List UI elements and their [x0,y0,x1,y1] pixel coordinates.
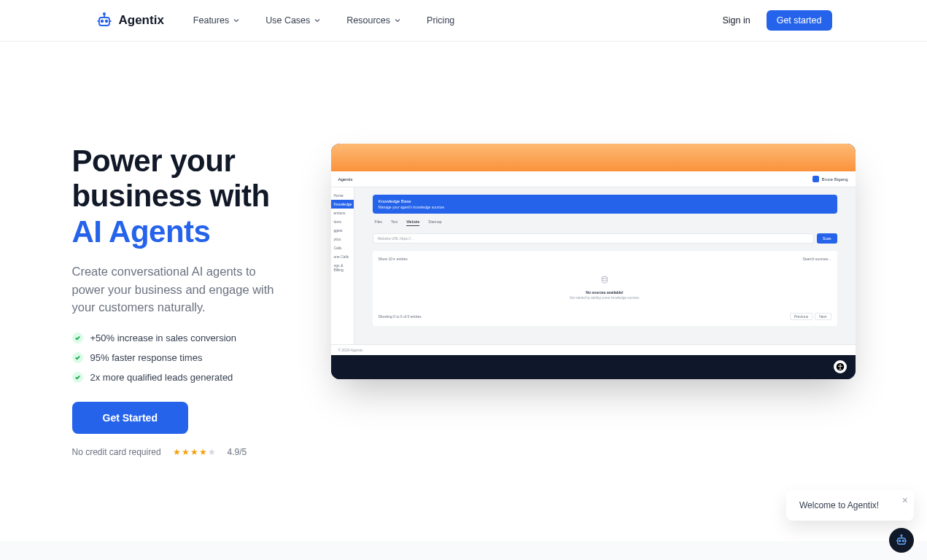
hero-cta-button[interactable]: Get Started [72,402,188,434]
star-icon: ★ [208,447,216,457]
svg-point-14 [901,534,902,536]
browser-chrome [331,144,856,171]
database-icon [600,276,609,284]
chevron-down-icon [314,17,321,24]
tab-sitemap[interactable]: Sitemap [428,219,441,226]
nav-features[interactable]: Features [193,15,240,26]
tab-files[interactable]: Files [375,219,383,226]
bullet-item: 95% faster response times [72,352,287,363]
rating-value: 4.9/5 [228,447,247,457]
website-url-input[interactable]: Website URL https://... [373,233,815,244]
app-brand: Agentix [338,177,353,182]
signin-link[interactable]: Sign in [722,15,750,26]
star-icon: ★ [182,447,190,457]
sources-table: Show 10 ▾ entries Search sources... No s… [373,251,837,326]
svg-point-4 [103,13,104,15]
svg-point-12 [902,540,904,542]
app-user-menu[interactable]: Bruce Bigang [812,176,848,182]
search-sources-input[interactable]: Search sources... [803,257,831,261]
hero-title: Power your business with AI Agents [72,144,287,249]
brand-name: Agentix [119,13,164,28]
sidebar-item[interactable]: one Calls [331,252,354,261]
bullet-item: 2x more qualified leads generated [72,372,287,383]
sidebar-item[interactable]: Calls [331,244,354,252]
product-preview: Agentix Bruce Bigang Home Knowledge enti… [331,144,856,379]
chevron-down-icon [233,17,240,24]
nav-use-cases[interactable]: Use Cases [265,15,321,26]
empty-subtitle: Get started by adding some knowledge sou… [379,296,831,300]
hero-section: Power your business with AI Agents Creat… [1,42,927,457]
sidebar-item[interactable]: tions [331,217,354,226]
accessibility-icon[interactable] [834,360,847,373]
check-icon [72,372,83,383]
robot-icon [895,534,908,547]
banner-subtitle: Manage your agent's knowledge sources [379,205,831,209]
prev-button[interactable]: Previous [790,313,812,320]
sidebar-item[interactable]: ytics [331,235,354,244]
nav-pricing[interactable]: Pricing [427,15,454,26]
trust-row: No credit card required ★ ★ ★ ★ ★ 4.9/5 [72,447,287,457]
banner-title: Knowledge Base [379,199,831,203]
close-icon[interactable]: × [902,494,908,506]
svg-point-1 [101,20,103,23]
svg-point-7 [602,276,608,279]
use-cases-section: USE CASES Transform Your Business Operat… [0,541,927,560]
chat-toast-text: Welcome to Agentix! [799,500,879,510]
nav-resources[interactable]: Resources [346,15,401,26]
next-button[interactable]: Next [815,313,831,320]
star-icon: ★ [173,447,181,457]
app-footer: © 2024 Agentix [331,344,856,355]
empty-title: No sources available! [379,290,831,295]
no-credit-card-text: No credit card required [72,447,161,457]
chat-welcome-toast: Welcome to Agentix! × [786,490,914,521]
showing-text: Showing 0 to 0 of 0 entries [379,314,422,319]
tab-website[interactable]: Website [406,219,419,226]
star-icon: ★ [190,447,198,457]
svg-point-9 [839,364,841,365]
svg-point-11 [899,540,901,542]
robot-icon [96,12,113,29]
source-tabs: Files Text Website Sitemap [373,219,837,226]
sidebar-item[interactable]: Home [331,191,354,200]
sidebar-item-knowledge[interactable]: Knowledge [331,200,354,209]
brand-logo[interactable]: Agentix [96,12,164,29]
chat-launcher[interactable] [889,528,914,553]
sidebar-item[interactable]: entions [331,209,354,217]
get-started-button[interactable]: Get started [767,10,832,31]
browser-bottom-bar [331,355,856,379]
tab-text[interactable]: Text [391,219,397,226]
sidebar-item[interactable]: ngs & Billing [331,261,354,274]
hero-subtitle: Create conversational AI agents to power… [72,262,287,316]
star-rating: ★ ★ ★ ★ ★ [173,447,216,457]
star-icon: ★ [199,447,207,457]
check-icon [72,332,83,343]
app-header: Agentix Bruce Bigang [331,171,856,187]
scan-button[interactable]: Scan [817,233,837,244]
svg-point-2 [105,20,107,23]
entries-selector[interactable]: Show 10 ▾ entries [379,257,408,261]
sidebar-item[interactable]: ggest [331,226,354,235]
chevron-down-icon [394,17,401,24]
check-icon [72,352,83,363]
main-nav: Features Use Cases Resources Pricing [193,15,454,26]
avatar-icon [812,176,819,182]
bullet-item: +50% increase in sales conversion [72,332,287,343]
page-banner: Knowledge Base Manage your agent's knowl… [373,195,837,214]
hero-bullets: +50% increase in sales conversion 95% fa… [72,332,287,383]
app-sidebar: Home Knowledge entions tions ggest ytics… [331,187,354,344]
site-header: Agentix Features Use Cases Resources Pri… [0,0,927,42]
